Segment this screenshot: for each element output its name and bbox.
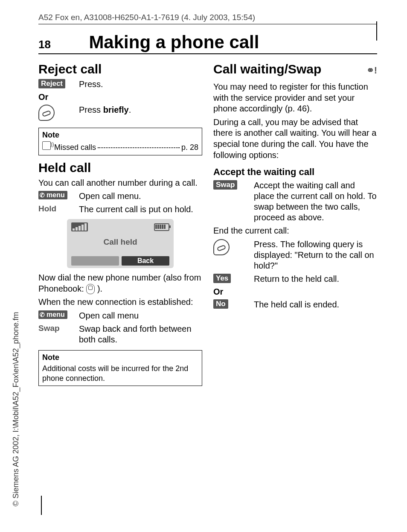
press-briefly: Press briefly. — [79, 105, 202, 115]
phonebook-key-icon — [86, 284, 95, 294]
end-call-key-icon — [38, 105, 55, 121]
held-intro: You can call another number during a cal… — [38, 178, 202, 189]
heading-call-waiting: Call waiting/Swap — [213, 62, 321, 76]
now-dial-text: Now dial the new phone number (also from… — [38, 272, 202, 294]
no-softkey: No — [213, 299, 228, 309]
dot-leader — [98, 147, 180, 148]
waiting-p2: During a call, you may be advised that t… — [213, 117, 377, 161]
battery-icon — [154, 223, 169, 231]
network-dependent-icon: ⚭! — [366, 65, 377, 76]
end-current-label: End the current call: — [213, 225, 377, 237]
swap-label: Swap — [38, 324, 60, 333]
left-column: Reject call Reject Press. Or Press brief… — [38, 62, 202, 391]
doc-header: A52 Fox en, A31008-H6250-A1-1-7619 (4. J… — [38, 13, 377, 22]
screen-status-text: Call held — [71, 234, 169, 256]
hold-label: Hold — [38, 204, 56, 213]
header-rule — [38, 24, 377, 24]
swap-softkey: Swap — [213, 180, 237, 190]
heading-held-call: Held call — [38, 161, 202, 175]
menu-softkey: menu — [38, 191, 67, 199]
missed-calls-icon — [42, 141, 51, 150]
note-missed-label: Missed calls — [54, 143, 96, 152]
note2-body: Additional costs will be incurred for th… — [42, 364, 198, 383]
when-connection: When the new connection is established: — [38, 297, 202, 308]
phone-screen-illustration: Call held Back — [67, 219, 174, 268]
title-row: 18 Making a phone call — [38, 32, 377, 54]
right-column: Call waiting/Swap ⚭! You may need to reg… — [213, 62, 377, 391]
swap-desc: Swap back and forth between both calls. — [79, 324, 202, 345]
crop-mark — [376, 21, 377, 41]
now-dial-pre: Now dial the new phone number (also from… — [38, 273, 201, 293]
signal-icon — [71, 222, 88, 231]
end-call-key-icon-2 — [213, 239, 230, 255]
press-briefly-post: . — [129, 105, 131, 114]
page-title: Making a phone call — [89, 32, 259, 53]
screen-back-softkey: Back — [122, 256, 169, 266]
press-briefly-pre: Press — [79, 105, 103, 114]
heading-accept-waiting: Accept the waiting call — [213, 167, 377, 178]
note-box-missed: Note Missed calls p. 28 — [38, 128, 202, 155]
menu-desc-2: Open call menu — [79, 310, 202, 321]
now-dial-post: ). — [95, 284, 102, 293]
copyright-sideways: © Siemens AG 2002, I:\Mobil\A52_Fox\en\A… — [12, 312, 20, 506]
waiting-p1: You may need to register for this functi… — [213, 82, 377, 114]
yes-desc: Return to the held call. — [254, 274, 377, 284]
press-briefly-bold: briefly — [103, 105, 129, 114]
note-missed-line: Missed calls p. 28 — [42, 141, 198, 152]
page-number: 18 — [38, 38, 51, 51]
menu-softkey-2: menu — [38, 310, 67, 319]
crop-mark-bl — [41, 496, 42, 515]
note-missed-page: p. 28 — [181, 143, 198, 152]
screen-left-softkey — [71, 256, 119, 266]
note-title: Note — [42, 131, 198, 140]
or-label-2: Or — [213, 287, 377, 297]
hold-desc: The current call is put on hold. — [79, 204, 202, 215]
heading-reject-call: Reject call — [38, 62, 202, 76]
swap-softkey-desc: Accept the waiting call and place the cu… — [254, 180, 377, 223]
menu-desc: Open call menu. — [79, 191, 202, 202]
no-desc: The held call is ended. — [254, 299, 377, 310]
or-label: Or — [38, 92, 202, 102]
end-desc: Press. The following query is displayed:… — [254, 239, 377, 271]
note2-title: Note — [42, 353, 198, 362]
yes-softkey: Yes — [213, 274, 231, 283]
reject-desc: Press. — [79, 79, 202, 90]
reject-softkey: Reject — [38, 79, 65, 88]
note-box-costs: Note Additional costs will be incurred f… — [38, 350, 202, 386]
